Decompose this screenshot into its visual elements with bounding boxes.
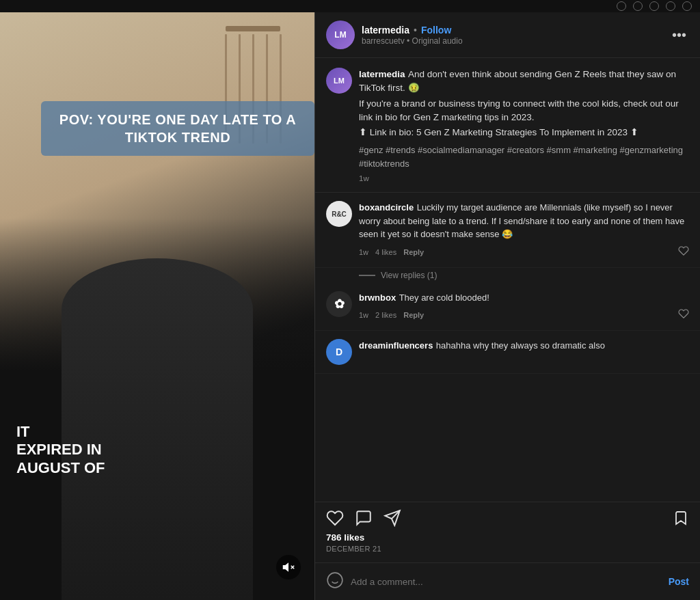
comment-meta-brwnbox: 1w 2 likes Reply: [359, 308, 689, 322]
dot-separator: •: [414, 25, 417, 36]
action-icons-row: [326, 509, 689, 527]
expired-text: ITEXPIRED INAUGUST OF: [16, 423, 105, 477]
avatar-latermedia-header: LM: [326, 21, 355, 49]
top-bar-icon-5: [682, 1, 692, 11]
comment-likes-brwnbox[interactable]: 2 likes: [375, 311, 396, 319]
comment-text-brwnbox: They are cold blooded!: [399, 292, 489, 303]
comment-meta-boxandcircle: 1w 4 likes Reply: [359, 245, 689, 259]
follow-button[interactable]: Follow: [421, 25, 451, 36]
caption-username: latermedia: [359, 69, 405, 79]
top-bar-icon-4: [666, 1, 675, 11]
comment-content-boxandcircle: boxandcircle Luckily my target audience …: [359, 201, 689, 259]
caption-hashtags: #genz #trends #socialmediamanager #creat…: [359, 144, 689, 170]
comment-reply-boxandcircle[interactable]: Reply: [403, 248, 424, 256]
comment-input-row: Post: [315, 562, 700, 600]
top-bar: [0, 0, 700, 12]
comment-username-dreaminfluencers: dreaminfluencers: [359, 340, 433, 351]
avatar-dreaminfluencers: D: [326, 339, 352, 365]
main-content: POV: YOU'RE ONE DAY LATE TO A TIKTOK TRE…: [0, 12, 700, 600]
comment-reply-brwnbox[interactable]: Reply: [403, 311, 424, 319]
caption-text: latermedia And don't even think about se…: [359, 68, 689, 182]
video-text-overlay: POV: YOU'RE ONE DAY LATE TO A TIKTOK TRE…: [41, 101, 314, 156]
mute-button[interactable]: [276, 555, 301, 579]
caption-body-1: And don't even think about sending Gen Z…: [359, 69, 676, 93]
share-button[interactable]: [383, 509, 401, 527]
comment-time-boxandcircle: 1w: [359, 248, 368, 256]
caption-comments-area: LM latermedia And don't even think about…: [315, 58, 700, 502]
view-replies-text[interactable]: View replies (1): [381, 271, 437, 280]
caption-body-3: ⬆ Link in bio: 5 Gen Z Marketing Strateg…: [359, 126, 689, 139]
comment-content-brwnbox: brwnbox They are cold blooded! 1w 2 like…: [359, 291, 689, 323]
more-options-button[interactable]: •••: [669, 25, 689, 46]
header-info: latermedia • Follow barrescuetv • Origin…: [362, 25, 662, 46]
right-panel: LM latermedia • Follow barrescuetv • Ori…: [314, 12, 700, 600]
save-button[interactable]: [673, 510, 689, 526]
comment-input[interactable]: [351, 577, 662, 587]
replies-line: [359, 275, 375, 276]
top-bar-icon-3: [649, 1, 659, 11]
svg-point-4: [327, 573, 342, 588]
top-bar-icon-2: [633, 1, 643, 11]
username-header: latermedia: [362, 25, 409, 36]
avatar-brwnbox: ✿: [326, 291, 352, 317]
like-button[interactable]: [326, 509, 344, 527]
comment-likes-boxandcircle[interactable]: 4 likes: [375, 248, 396, 256]
post-header: LM latermedia • Follow barrescuetv • Ori…: [315, 12, 700, 58]
emoji-button[interactable]: [326, 571, 344, 592]
caption-block: LM latermedia And don't even think about…: [315, 58, 700, 193]
comment-time-brwnbox: 1w: [359, 311, 368, 319]
comment-button[interactable]: [355, 509, 373, 527]
top-bar-icon-1: [617, 1, 626, 11]
comment-username-brwnbox: brwnbox: [359, 292, 396, 303]
video-background: POV: YOU'RE ONE DAY LATE TO A TIKTOK TRE…: [0, 12, 314, 600]
header-top: latermedia • Follow: [362, 25, 662, 36]
comment-dreaminfluencers: D dreaminfluencers hahahha why they alwa…: [315, 331, 700, 374]
likes-count: 786 likes: [326, 532, 689, 543]
avatar-latermedia-caption: LM: [326, 68, 352, 94]
comment-heart-boxandcircle[interactable]: [678, 245, 689, 259]
comment-content-dreaminfluencers: dreaminfluencers hahahha why they always…: [359, 339, 689, 365]
caption-body-2: If you're a brand or business trying to …: [359, 97, 689, 125]
comment-heart-brwnbox[interactable]: [678, 308, 689, 322]
comment-boxandcircle: R&C boxandcircle Luckily my target audie…: [315, 193, 700, 268]
video-panel: POV: YOU'RE ONE DAY LATE TO A TIKTOK TRE…: [0, 12, 314, 600]
post-date: DECEMBER 21: [326, 545, 689, 553]
post-comment-button[interactable]: Post: [669, 576, 689, 587]
comment-brwnbox: ✿ brwnbox They are cold blooded! 1w 2 li…: [315, 283, 700, 331]
comment-text-dreaminfluencers: hahahha why they always so dramatic also: [436, 340, 605, 351]
caption-time: 1w: [359, 174, 689, 182]
comment-username-boxandcircle: boxandcircle: [359, 202, 414, 213]
action-bar: 786 likes DECEMBER 21: [315, 502, 700, 562]
post-subtitle: barrescuetv • Original audio: [362, 36, 662, 46]
view-replies-1[interactable]: View replies (1): [348, 271, 700, 280]
avatar-boxandcircle: R&C: [326, 201, 352, 227]
